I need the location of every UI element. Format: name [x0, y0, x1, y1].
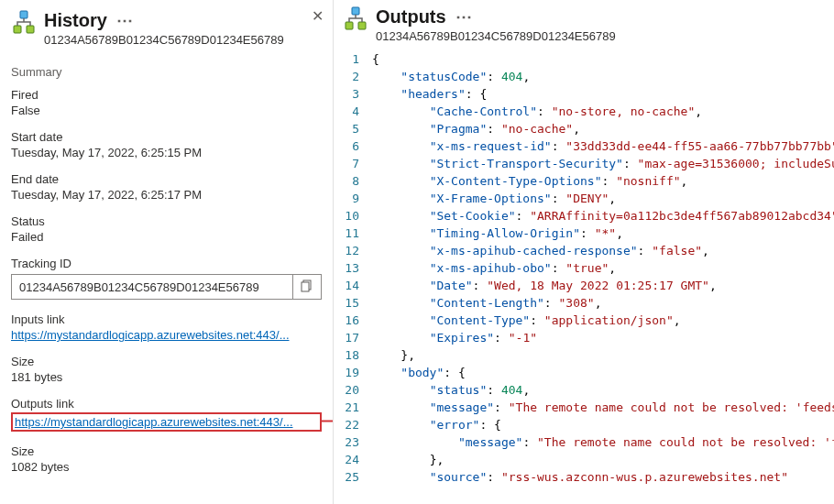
- summary-label: Summary: [11, 65, 322, 79]
- field-fired: Fired False: [11, 88, 322, 117]
- inputs-link[interactable]: https://mystandardlogicapp.azurewebsites…: [11, 328, 322, 342]
- history-id: 01234A56789B01234C56789D01234E56789: [44, 33, 322, 47]
- field-outputs-size: Size 1082 bytes: [11, 444, 322, 474]
- inputs-link-label: Inputs link: [11, 312, 322, 326]
- svg-rect-0: [20, 11, 27, 18]
- more-icon[interactable]: ⋯: [455, 8, 472, 25]
- arrow-icon: [322, 415, 334, 429]
- fired-label: Fired: [11, 88, 322, 102]
- more-icon[interactable]: ⋯: [116, 12, 133, 28]
- field-status: Status Failed: [11, 214, 322, 244]
- field-inputs-size: Size 181 bytes: [11, 355, 322, 384]
- json-editor[interactable]: 1234567891011121314151617181920212223242…: [334, 49, 834, 504]
- copy-icon: [301, 279, 313, 295]
- outputs-header: Outputs ⋯ 01234A56789B01234C56789D01234E…: [334, 0, 834, 49]
- field-end-date: End date Tuesday, May 17, 2022, 6:25:17 …: [11, 172, 322, 202]
- inputs-size-value: 181 bytes: [11, 370, 322, 384]
- end-date-label: End date: [11, 172, 322, 186]
- trigger-icon: [11, 9, 37, 35]
- status-label: Status: [11, 214, 322, 228]
- outputs-size-value: 1082 bytes: [11, 460, 322, 474]
- start-date-value: Tuesday, May 17, 2022, 6:25:15 PM: [11, 146, 322, 159]
- field-outputs-link: Outputs link https://mystandardlogicapp.…: [11, 397, 322, 432]
- status-value: Failed: [11, 230, 322, 244]
- inputs-size-label: Size: [11, 355, 322, 368]
- tracking-id-input[interactable]: [11, 274, 292, 300]
- history-panel: ✕ History ⋯ 01234A56789B01234C56789D0123…: [0, 0, 334, 504]
- outputs-link-highlight: https://mystandardlogicapp.azurewebsites…: [11, 412, 322, 432]
- copy-button[interactable]: [292, 274, 322, 300]
- svg-rect-7: [352, 7, 359, 15]
- trigger-icon: [343, 5, 368, 31]
- outputs-link-label: Outputs link: [11, 397, 322, 411]
- history-header: History ⋯ 01234A56789B01234C56789D01234E…: [9, 5, 324, 52]
- code-content[interactable]: { "statusCode": 404, "headers": { "Cache…: [372, 50, 834, 504]
- svg-rect-4: [302, 282, 309, 291]
- svg-rect-9: [358, 22, 366, 29]
- svg-rect-2: [27, 26, 34, 33]
- svg-rect-8: [346, 22, 353, 29]
- start-date-label: Start date: [11, 130, 322, 144]
- close-icon[interactable]: ✕: [312, 7, 324, 25]
- history-title: History: [44, 9, 107, 31]
- outputs-link[interactable]: https://mystandardlogicapp.azurewebsites…: [15, 415, 318, 429]
- fired-value: False: [11, 104, 322, 117]
- tracking-id-label: Tracking ID: [11, 257, 322, 270]
- field-inputs-link: Inputs link https://mystandardlogicapp.a…: [11, 312, 322, 342]
- field-start-date: Start date Tuesday, May 17, 2022, 6:25:1…: [11, 130, 322, 159]
- outputs-size-label: Size: [11, 444, 322, 458]
- outputs-panel: Outputs ⋯ 01234A56789B01234C56789D01234E…: [334, 0, 834, 504]
- outputs-id: 01234A56789B01234C56789D01234E56789: [376, 29, 825, 43]
- end-date-value: Tuesday, May 17, 2022, 6:25:17 PM: [11, 188, 322, 202]
- outputs-title: Outputs: [376, 5, 446, 27]
- field-tracking-id: Tracking ID: [11, 257, 322, 300]
- svg-rect-1: [14, 26, 21, 33]
- line-gutter: 1234567891011121314151617181920212223242…: [334, 50, 372, 504]
